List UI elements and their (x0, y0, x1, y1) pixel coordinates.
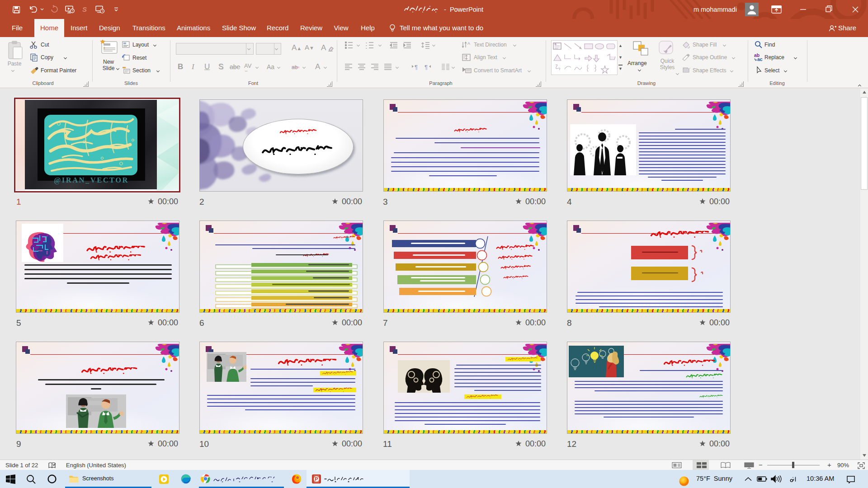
svg-text:P: P (315, 476, 318, 482)
svg-text:¶: ¶ (415, 64, 418, 70)
svg-text:S: S (82, 5, 87, 13)
svg-text:A: A (467, 41, 470, 46)
svg-text:¶: ¶ (425, 64, 428, 70)
svg-text:ac: ac (757, 56, 763, 62)
